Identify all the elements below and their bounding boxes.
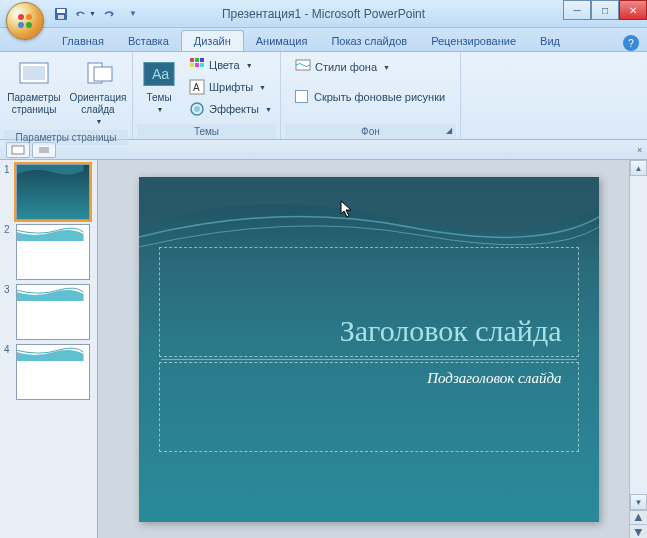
svg-text:Aa: Aa xyxy=(152,66,169,82)
tab-view[interactable]: Вид xyxy=(528,31,572,51)
slide-orientation-button[interactable]: Ориентация слайда ▼ xyxy=(68,54,128,130)
checkbox-icon xyxy=(295,90,308,103)
group-label-themes: Темы xyxy=(137,124,276,139)
chevron-down-icon: ▼ xyxy=(157,106,164,114)
workspace: 1 2 3 4 xyxy=(0,160,647,538)
chevron-down-icon: ▼ xyxy=(96,118,103,126)
theme-colors-button[interactable]: Цвета ▼ xyxy=(185,54,276,76)
window-title: Презентация1 - Microsoft PowerPoint xyxy=(222,7,425,21)
orientation-icon xyxy=(82,58,114,90)
orientation-label: Ориентация слайда xyxy=(70,92,127,116)
office-button[interactable] xyxy=(6,2,44,40)
svg-text:A: A xyxy=(193,82,200,93)
thumbnails-panel: 1 2 3 4 xyxy=(0,160,98,538)
group-themes: Aa Темы ▼ Цвета ▼ A Шрифты ▼ Эффек xyxy=(133,52,281,139)
thumbnail-slide-1[interactable] xyxy=(16,164,90,220)
themes-label: Темы xyxy=(146,92,171,104)
svg-point-3 xyxy=(26,22,32,28)
svg-rect-13 xyxy=(190,58,194,62)
thumbnail-number: 4 xyxy=(4,344,12,355)
svg-rect-5 xyxy=(57,9,65,13)
svg-rect-18 xyxy=(200,63,204,67)
help-button[interactable]: ? xyxy=(623,35,639,51)
fonts-label: Шрифты xyxy=(209,81,253,93)
vertical-scrollbar[interactable]: ▲ ▼ ⯅ ⯆ xyxy=(629,160,647,538)
titlebar: ▼ ▼ Презентация1 - Microsoft PowerPoint … xyxy=(0,0,647,28)
group-label-background: Фон ◢ xyxy=(285,124,456,139)
next-slide-button[interactable]: ⯆ xyxy=(630,524,647,538)
group-page-setup: Параметры страницы Ориентация слайда ▼ П… xyxy=(0,52,133,139)
thumbnail-item[interactable]: 2 xyxy=(4,224,93,280)
theme-fonts-button[interactable]: A Шрифты ▼ xyxy=(185,76,276,98)
scroll-down-button[interactable]: ▼ xyxy=(630,494,647,510)
slide-editor-area: Заголовок слайда Подзаголовок слайда ▲ ▼… xyxy=(98,160,647,538)
tab-animation[interactable]: Анимация xyxy=(244,31,320,51)
svg-point-1 xyxy=(26,14,32,20)
thumbnail-slide-4[interactable] xyxy=(16,344,90,400)
hide-graphics-label: Скрыть фоновые рисунки xyxy=(314,91,445,103)
title-placeholder[interactable]: Заголовок слайда xyxy=(159,247,579,357)
tab-review[interactable]: Рецензирование xyxy=(419,31,528,51)
svg-point-2 xyxy=(18,22,24,28)
page-setup-label: Параметры страницы xyxy=(6,92,62,116)
background-group-text: Фон xyxy=(361,126,380,137)
effects-icon xyxy=(189,101,205,117)
divider-line xyxy=(161,359,577,360)
page-setup-icon xyxy=(18,58,50,90)
tab-slideshow[interactable]: Показ слайдов xyxy=(319,31,419,51)
maximize-button[interactable]: □ xyxy=(591,0,619,20)
svg-rect-10 xyxy=(94,67,112,81)
colors-icon xyxy=(189,57,205,73)
thumbnail-number: 1 xyxy=(4,164,12,175)
thumbnail-item[interactable]: 4 xyxy=(4,344,93,400)
thumbnail-item[interactable]: 1 xyxy=(4,164,93,220)
ribbon: Параметры страницы Ориентация слайда ▼ П… xyxy=(0,52,647,140)
qat-customize-button[interactable]: ▼ xyxy=(122,3,144,25)
fonts-icon: A xyxy=(189,79,205,95)
chevron-down-icon: ▼ xyxy=(259,84,266,91)
scroll-up-button[interactable]: ▲ xyxy=(630,160,647,176)
hide-background-graphics-checkbox[interactable]: Скрыть фоновые рисунки xyxy=(291,88,449,105)
thumbnail-item[interactable]: 3 xyxy=(4,284,93,340)
svg-rect-6 xyxy=(58,15,64,19)
subtitle-placeholder-text: Подзаголовок слайда xyxy=(427,370,561,386)
svg-point-22 xyxy=(194,106,200,112)
svg-point-0 xyxy=(18,14,24,20)
chevron-down-icon: ▼ xyxy=(265,106,272,113)
svg-rect-14 xyxy=(195,58,199,62)
svg-rect-8 xyxy=(23,66,45,80)
minimize-button[interactable]: ─ xyxy=(563,0,591,20)
save-button[interactable] xyxy=(50,3,72,25)
chevron-down-icon: ▼ xyxy=(383,64,390,71)
group-label-page-setup: Параметры страницы xyxy=(4,130,128,145)
thumbnail-slide-2[interactable] xyxy=(16,224,90,280)
window-controls: ─ □ ✕ xyxy=(563,0,647,20)
tab-home[interactable]: Главная xyxy=(50,31,116,51)
group-background: Стили фона ▼ Скрыть фоновые рисунки Фон … xyxy=(281,52,461,139)
redo-button[interactable] xyxy=(98,3,120,25)
title-placeholder-text: Заголовок слайда xyxy=(340,314,562,348)
page-setup-button[interactable]: Параметры страницы xyxy=(4,54,64,120)
tab-insert[interactable]: Вставка xyxy=(116,31,181,51)
panel-close-button[interactable]: × xyxy=(637,145,647,155)
undo-button[interactable]: ▼ xyxy=(74,3,96,25)
svg-rect-15 xyxy=(200,58,204,62)
theme-effects-button[interactable]: Эффекты ▼ xyxy=(185,98,276,120)
svg-rect-24 xyxy=(12,146,24,154)
chevron-down-icon: ▼ xyxy=(89,10,96,17)
subtitle-placeholder[interactable]: Подзаголовок слайда xyxy=(159,362,579,452)
svg-rect-16 xyxy=(190,63,194,67)
close-button[interactable]: ✕ xyxy=(619,0,647,20)
scroll-track[interactable] xyxy=(630,176,647,494)
themes-gallery-button[interactable]: Aa Темы ▼ xyxy=(137,54,181,118)
tab-design[interactable]: Дизайн xyxy=(181,30,244,51)
thumbnail-slide-3[interactable] xyxy=(16,284,90,340)
slide-canvas[interactable]: Заголовок слайда Подзаголовок слайда xyxy=(139,177,599,522)
dialog-launcher-icon[interactable]: ◢ xyxy=(444,126,454,136)
ribbon-tabs: Главная Вставка Дизайн Анимация Показ сл… xyxy=(0,28,647,52)
quick-access-toolbar: ▼ ▼ xyxy=(50,3,144,25)
prev-slide-button[interactable]: ⯅ xyxy=(630,510,647,524)
themes-icon: Aa xyxy=(143,58,175,90)
thumbnail-number: 3 xyxy=(4,284,12,295)
background-styles-button[interactable]: Стили фона ▼ xyxy=(291,56,449,78)
